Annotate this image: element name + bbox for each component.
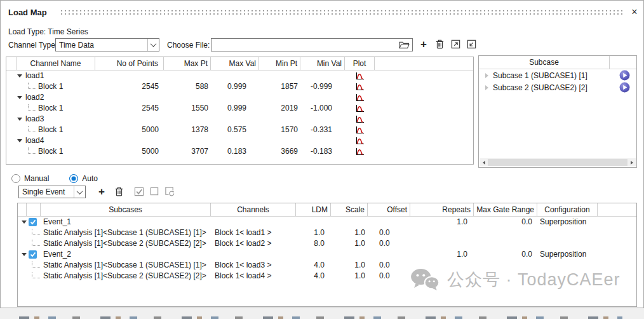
deselect-all-icon[interactable] bbox=[149, 186, 160, 196]
collapse-icon[interactable] bbox=[22, 221, 27, 224]
event-type-select[interactable]: Single Event bbox=[18, 186, 86, 198]
auto-radio[interactable] bbox=[69, 174, 78, 183]
table-row[interactable]: Static Analysis [1]<Subcase 1 (SUBCASE1)… bbox=[18, 227, 636, 238]
min-pt: 1570 bbox=[259, 125, 300, 135]
ldm: 4.0 bbox=[296, 260, 331, 271]
tree-line bbox=[32, 261, 40, 268]
table-row[interactable]: Static Analysis [1]<Subcase 2 (SUBCASE2)… bbox=[18, 238, 636, 249]
col-min-pt[interactable]: Min Pt bbox=[259, 57, 300, 70]
scroll-left-icon[interactable] bbox=[480, 158, 488, 166]
cutoff-content-sliver bbox=[19, 316, 622, 319]
offset: 0.0 bbox=[368, 227, 410, 238]
event-checkbox[interactable] bbox=[29, 250, 37, 259]
col-scale[interactable]: Scale bbox=[331, 203, 368, 216]
col-offset[interactable]: Offset bbox=[368, 203, 410, 216]
chevron-down-icon[interactable] bbox=[74, 186, 85, 198]
plot-icon[interactable] bbox=[345, 135, 375, 146]
table-row[interactable]: Event_1 1.0 0.0 Superposition bbox=[18, 217, 636, 227]
delete-event-icon[interactable] bbox=[113, 186, 124, 196]
watermark: 公众号 · TodayCAEer bbox=[410, 268, 621, 291]
plot-icon[interactable] bbox=[345, 103, 375, 114]
plot-icon[interactable] bbox=[345, 92, 375, 103]
max-val: 0.575 bbox=[211, 125, 259, 135]
table-row[interactable]: load1 bbox=[6, 71, 473, 81]
offset: 0.0 bbox=[368, 260, 410, 271]
export-icon[interactable] bbox=[450, 39, 461, 50]
col-no-of-points[interactable]: No of Points bbox=[95, 57, 164, 70]
close-icon[interactable]: × bbox=[629, 6, 640, 18]
collapse-icon[interactable] bbox=[17, 74, 22, 78]
run-subcase-button[interactable] bbox=[619, 70, 630, 81]
table-row[interactable]: Event_2 1.0 0.0 Superposition bbox=[18, 249, 636, 260]
select-all-icon[interactable] bbox=[133, 186, 145, 196]
list-item[interactable]: Subcase 2 (SUBCASE2) [2] bbox=[479, 81, 636, 93]
collapse-icon[interactable] bbox=[17, 118, 22, 121]
block-name: Block 1 bbox=[38, 147, 63, 156]
col-ldm[interactable]: LDM bbox=[296, 203, 331, 216]
col-max-gate-range[interactable]: Max Gate Range bbox=[474, 203, 537, 216]
block-name: Block 1 bbox=[38, 104, 63, 112]
max-pt: 1378 bbox=[164, 125, 211, 135]
col-repeats[interactable]: Repeats bbox=[410, 203, 474, 216]
min-pt: 3669 bbox=[259, 146, 300, 157]
channel-type-select[interactable]: Time Data bbox=[55, 38, 159, 51]
tree-line bbox=[28, 83, 36, 89]
configuration: Superposition bbox=[537, 249, 598, 260]
add-event-button[interactable]: + bbox=[96, 186, 107, 196]
channel-type-value: Time Data bbox=[56, 41, 147, 50]
manual-radio-label[interactable]: Manual bbox=[24, 174, 49, 183]
table-row[interactable]: Block 1 2545 1550 0.999 2019 -1.000 bbox=[6, 103, 473, 114]
channel-name: load2 bbox=[25, 93, 44, 102]
scroll-right-icon[interactable] bbox=[627, 158, 636, 166]
plot-icon[interactable] bbox=[345, 81, 375, 92]
manual-radio[interactable] bbox=[11, 174, 20, 183]
drag-handle[interactable] bbox=[61, 10, 623, 15]
tree-line bbox=[32, 240, 40, 246]
col-channels[interactable]: Channels bbox=[211, 203, 296, 216]
col-subcases[interactable]: Subcases bbox=[41, 203, 211, 216]
collapse-icon[interactable] bbox=[17, 139, 22, 142]
choose-file-field bbox=[211, 38, 413, 51]
block-name: Block 1 bbox=[38, 125, 63, 134]
table-row[interactable]: Block 1 5000 1378 0.575 1570 -0.331 bbox=[6, 125, 473, 135]
open-folder-icon[interactable] bbox=[396, 39, 412, 51]
add-channel-button[interactable]: + bbox=[418, 39, 429, 50]
table-row[interactable]: load3 bbox=[6, 114, 473, 125]
auto-radio-label[interactable]: Auto bbox=[82, 174, 98, 183]
refresh-selection-icon[interactable] bbox=[164, 186, 175, 196]
col-max-pt[interactable]: Max Pt bbox=[164, 57, 211, 70]
list-item[interactable]: Subcase 1 (SUBCASE1) [1] bbox=[479, 69, 636, 81]
table-row[interactable]: Block 1 2545 588 0.999 1857 -0.999 bbox=[6, 81, 473, 92]
delete-channel-icon[interactable] bbox=[434, 39, 445, 50]
col-channel-name[interactable]: Channel Name bbox=[17, 57, 95, 70]
event-table: Subcases Channels LDM Scale Offset Repea… bbox=[17, 203, 637, 307]
max-pt: 1550 bbox=[164, 103, 211, 114]
chevron-down-icon[interactable] bbox=[147, 39, 159, 51]
col-plot[interactable]: Plot bbox=[345, 57, 375, 70]
scrollbar-thumb[interactable] bbox=[488, 159, 627, 166]
collapse-icon[interactable] bbox=[22, 253, 27, 256]
scale: 1.0 bbox=[331, 238, 368, 249]
table-row[interactable]: load2 bbox=[6, 92, 473, 103]
plot-icon[interactable] bbox=[345, 146, 375, 157]
col-configuration[interactable]: Configuration bbox=[537, 203, 598, 216]
horizontal-scrollbar[interactable] bbox=[480, 158, 636, 166]
col-min-val[interactable]: Min Val bbox=[300, 57, 345, 70]
scale: 1.0 bbox=[331, 227, 368, 238]
col-subcase[interactable]: Subcase bbox=[479, 56, 610, 69]
import-icon[interactable] bbox=[466, 39, 477, 50]
expand-icon[interactable] bbox=[485, 85, 488, 90]
plot-icon[interactable] bbox=[345, 114, 375, 125]
collapse-icon[interactable] bbox=[17, 96, 22, 99]
col-max-val[interactable]: Max Val bbox=[211, 57, 259, 70]
plot-icon[interactable] bbox=[345, 125, 375, 135]
run-subcase-button[interactable] bbox=[619, 82, 630, 93]
table-row[interactable]: Block 1 5000 3707 0.183 3669 -0.183 bbox=[6, 146, 473, 157]
event-checkbox[interactable] bbox=[29, 218, 37, 226]
table-row[interactable]: load4 bbox=[6, 135, 473, 146]
plot-icon[interactable] bbox=[345, 71, 375, 81]
choose-file-input[interactable] bbox=[211, 39, 396, 51]
expand-icon[interactable] bbox=[485, 73, 488, 78]
subcase-header: Subcase bbox=[479, 56, 636, 69]
repeats: 1.0 bbox=[410, 217, 474, 227]
